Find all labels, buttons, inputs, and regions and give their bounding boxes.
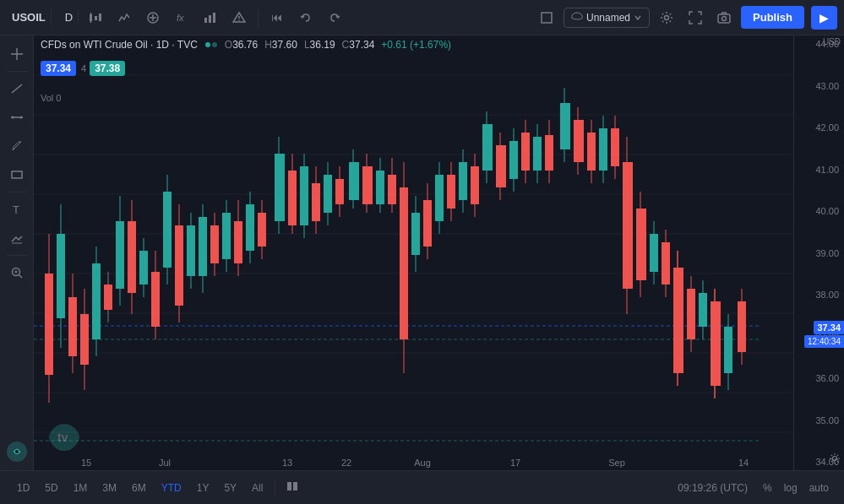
text-tool[interactable]: T [5,198,29,221]
current-price-label: 37.34 [814,321,844,334]
publish-button[interactable]: Publish [741,6,804,29]
y-label-38: 38.00 [794,290,844,300]
svg-point-35 [205,42,210,47]
replay-button[interactable] [280,477,304,498]
svg-rect-115 [388,175,396,204]
watermark: tv [47,420,81,457]
open-label: O36.76 [225,39,258,51]
open-value: 36.76 [232,39,258,51]
y-label-42: 42.00 [794,122,844,133]
svg-rect-71 [116,221,124,289]
watchlist-icon[interactable] [5,440,29,463]
horizontal-line-tool[interactable] [5,106,29,129]
log-button[interactable]: log [779,480,803,496]
compare-icon[interactable] [141,6,165,30]
svg-rect-101 [300,166,308,225]
svg-rect-93 [246,204,254,251]
svg-rect-3 [95,16,97,20]
undo-icon[interactable] [294,6,318,30]
y-axis-settings-icon[interactable] [829,453,841,467]
vol-label: Vol 0 [41,93,61,103]
svg-rect-67 [92,263,101,339]
alert-icon[interactable] [227,6,251,30]
svg-point-14 [238,19,240,21]
svg-text:fx: fx [177,13,184,23]
timeframe-1d[interactable]: 1D [10,480,36,496]
settings-icon[interactable] [655,6,678,30]
svg-rect-139 [533,137,542,171]
percent-button[interactable]: % [758,480,777,496]
timeframe-1m[interactable]: 1M [67,480,95,496]
timeframe-5d[interactable]: 5D [38,480,64,496]
y-label-39: 39.00 [794,248,844,258]
y-label-41: 41.00 [794,165,844,175]
svg-rect-131 [482,124,493,171]
timeframe-3m[interactable]: 3M [95,480,123,496]
svg-text:15: 15 [81,458,91,468]
svg-rect-169 [724,327,732,373]
fullscreen-icon[interactable] [683,6,707,30]
top-toolbar: USOIL D fx ⏮ Unnamed Publish [0,0,844,35]
measure-tool[interactable] [5,226,29,250]
play-button[interactable]: ▶ [811,6,837,30]
price-labels-row: 37.34 4 37.38 [41,61,125,76]
y-label-35: 35.00 [794,415,844,425]
svg-rect-111 [362,166,373,204]
svg-rect-171 [738,301,746,352]
svg-rect-159 [662,242,670,285]
svg-rect-69 [104,285,112,310]
svg-rect-85 [199,217,207,276]
close-label: C37.34 [342,39,375,51]
crosshair-tool[interactable] [5,42,29,66]
svg-rect-87 [210,225,219,263]
svg-text:Sep: Sep [608,458,625,468]
left-separator-3 [7,255,27,256]
timeframe-6m[interactable]: 6M [125,480,153,496]
svg-rect-77 [151,272,160,327]
bottom-separator [275,480,275,496]
current-time-label: 12:40:34 [804,335,844,348]
svg-rect-81 [175,225,183,306]
svg-rect-175 [293,482,297,490]
svg-line-22 [12,84,22,93]
chart-svg[interactable]: 15 Jul 13 22 Aug 17 Sep 14 [34,35,793,470]
indicator-icon[interactable] [112,6,136,30]
left-separator-2 [7,192,27,192]
main-chart[interactable]: CFDs on WTI Crude Oil · 1D · TVC O36.76 … [34,35,793,470]
ohlc-data: O36.76 H37.60 L36.19 C37.34 +0.61 (+1.67… [225,39,451,51]
pen-tool[interactable] [5,134,29,158]
chart-type-icon[interactable] [535,6,558,30]
svg-rect-79 [163,192,172,268]
svg-rect-155 [636,209,646,280]
volume-icon[interactable] [199,6,222,30]
unnamed-button[interactable]: Unnamed [564,8,650,28]
low-value: 36.19 [310,39,335,51]
svg-rect-117 [400,187,408,339]
svg-text:Jul: Jul [159,458,171,468]
svg-rect-61 [57,234,65,318]
timeframe-5y[interactable]: 5Y [217,480,243,496]
bar-chart-icon[interactable] [84,6,107,30]
svg-point-173 [833,457,837,461]
svg-rect-73 [128,221,136,293]
camera-icon[interactable] [712,6,736,30]
svg-rect-63 [68,297,77,356]
svg-rect-97 [275,154,285,221]
chart-info: CFDs on WTI Crude Oil · 1D · TVC O36.76 … [41,39,451,51]
svg-text:Aug: Aug [414,458,431,468]
timeframe-all[interactable]: All [245,480,270,496]
svg-rect-149 [599,128,607,171]
bar-replay-icon[interactable]: ⏮ [265,6,289,30]
svg-text:17: 17 [510,458,520,468]
auto-button[interactable]: auto [804,480,834,496]
chart-title: CFDs on WTI Crude Oil · 1D · TVC [41,39,198,51]
svg-rect-157 [650,234,658,272]
zoom-tool[interactable] [5,261,29,285]
rectangle-tool[interactable] [5,163,29,187]
price-tag2: 37.38 [90,61,125,76]
fx-icon[interactable]: fx [170,6,193,30]
redo-icon[interactable] [323,6,346,30]
timeframe-1y[interactable]: 1Y [190,480,216,496]
line-tool[interactable] [5,77,29,100]
timeframe-ytd[interactable]: YTD [155,480,188,496]
